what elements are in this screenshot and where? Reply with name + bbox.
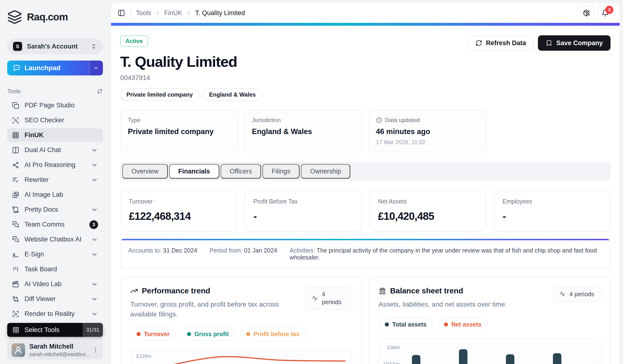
notifications-button[interactable]: 3: [598, 6, 613, 20]
legend-dot: [444, 322, 448, 326]
topbar: ToolsFinUKT. Quality Limited 3: [111, 3, 620, 23]
images-icon: [12, 191, 19, 198]
launchpad-dropdown-toggle[interactable]: [89, 61, 103, 75]
panel-left-toggle-icon[interactable]: [118, 9, 125, 17]
filing-summary-item: Period from: 01 Jan 2024: [210, 247, 277, 254]
sidebar-item-pretty-docs[interactable]: Pretty Docs: [7, 203, 103, 216]
bookmark-icon: [546, 40, 552, 46]
tab-filings[interactable]: Filings: [263, 164, 299, 178]
pdf-pages-icon: [12, 102, 19, 109]
sidebar-item-rewriter[interactable]: Rewriter: [7, 173, 103, 187]
sidebar-item-ai-video-lab[interactable]: AI Video Lab: [7, 277, 103, 291]
metric-label: Profit Before Tax: [253, 198, 353, 205]
legend-label: Gross profit: [195, 331, 229, 338]
sidebar-item-ai-image-lab[interactable]: AI Image Lab: [7, 188, 103, 202]
sidebar-item-task-board[interactable]: Task Board: [7, 262, 103, 276]
breadcrumb-item[interactable]: FinUK: [164, 9, 182, 17]
kebab-menu-icon[interactable]: [92, 347, 99, 353]
info-card: TypePrivate limited company: [120, 110, 238, 152]
refresh-data-button[interactable]: Refresh Data: [468, 35, 534, 51]
sidebar-item-e-sign[interactable]: E-Sign: [7, 247, 103, 261]
info-card: JurisdictionEngland & Wales: [244, 110, 362, 152]
sidebar-item-dual-ai-chat[interactable]: Dual AI Chat: [7, 143, 103, 157]
legend-dot: [136, 332, 141, 336]
header-actions: Refresh Data Save Company: [468, 35, 610, 51]
legend-item-gross-profit[interactable]: Gross profit: [181, 327, 235, 341]
account-label: Sarah's Account: [27, 43, 86, 50]
sort-icon[interactable]: [97, 88, 103, 94]
periods-badge-text: 4 periods: [322, 290, 346, 306]
chat-bubbles-icon: [12, 221, 19, 228]
info-card-label: Data updated: [376, 117, 479, 124]
sidebar-item-team-comms[interactable]: Team Comms3: [7, 218, 103, 231]
tab-financials[interactable]: Financials: [169, 164, 219, 178]
launchpad-button[interactable]: Launchpad: [7, 61, 103, 75]
sidebar-item-pdf-page-studio[interactable]: PDF Page Studio: [7, 99, 103, 112]
tabs: OverviewFinancialsOfficersFilingsOwnersh…: [120, 162, 610, 181]
select-tools-button[interactable]: Select Tools 31/31: [7, 323, 103, 337]
legend-item-net-assets[interactable]: Net assets: [438, 318, 488, 331]
info-card-label: Type: [128, 117, 231, 124]
brand: Raq.com: [7, 10, 103, 24]
balance-sheet-trend-chart: £30m£22.5m£15m£7.5m: [378, 339, 601, 364]
sidebar-item-label: Task Board: [24, 265, 98, 273]
metric-card: Employees-: [494, 190, 610, 232]
info-card-label-text: Type: [128, 117, 140, 124]
tab-overview[interactable]: Overview: [122, 164, 168, 178]
sidebar-item-label: Render to Reality: [24, 310, 86, 318]
info-card-label-text: Jurisdiction: [252, 117, 281, 124]
tools-nav: PDF Page StudioSEO CheckerFinUKDual AI C…: [7, 99, 103, 336]
legend-item-total-assets[interactable]: Total assets: [378, 318, 433, 331]
sidebar-item-label: FinUK: [24, 131, 98, 139]
filing-summary-label: Activities:: [290, 247, 316, 254]
account-switcher[interactable]: S Sarah's Account: [7, 39, 103, 54]
legend-dot: [187, 332, 191, 336]
sidebar-item-diff-viewer[interactable]: Diff Viewer: [7, 292, 103, 306]
chevron-down-icon: [91, 236, 98, 243]
tab-ownership[interactable]: Ownership: [301, 164, 350, 178]
company-number: 00437914: [120, 74, 262, 82]
legend-dot: [385, 322, 389, 326]
save-company-button[interactable]: Save Company: [538, 35, 610, 51]
launchpad-main[interactable]: Launchpad: [7, 61, 89, 75]
metric-label: Turnover: [129, 198, 228, 205]
filing-summary: Accounts to: 31 Dec 2024Period from: 01 …: [120, 240, 610, 268]
chevron-down-icon: [91, 296, 98, 303]
tab-officers[interactable]: Officers: [221, 164, 261, 178]
main-panel: ToolsFinUKT. Quality Limited 3 Active T.…: [111, 3, 620, 364]
chart-title-row: Balance sheet trend: [378, 286, 507, 295]
clock-icon: [376, 117, 382, 123]
metric-label: Employees: [503, 198, 602, 205]
seo-scan-icon: [12, 117, 19, 124]
tools-section-header: Tools: [7, 88, 103, 95]
company-header-left: Active T. Quality Limited 00437914 Priva…: [120, 35, 262, 101]
sidebar-item-ai-pro-reasoning[interactable]: AI Pro Reasoning: [7, 158, 103, 172]
metric-card: Net Assets£10,420,485: [369, 190, 486, 232]
pulse-icon: [312, 295, 318, 301]
refresh-icon: [475, 40, 482, 46]
sidebar-item-label: Team Comms: [24, 221, 84, 228]
select-tools-label: Select Tools: [24, 326, 83, 334]
chart-header: Performance trendTurnover, gross profit,…: [130, 286, 352, 319]
legend-label: Total assets: [392, 321, 427, 328]
package-search-button[interactable]: [579, 6, 594, 20]
charts-row: Performance trendTurnover, gross profit,…: [120, 277, 610, 364]
sidebar-item-finuk[interactable]: FinUK: [7, 128, 103, 142]
signature-icon: [12, 251, 19, 258]
account-initial-avatar: S: [13, 42, 22, 51]
pulse-icon: [559, 291, 566, 297]
chart-title: Performance trend: [142, 286, 210, 295]
metric-label: Net Assets: [378, 198, 477, 205]
chevron-down-icon: [91, 251, 98, 258]
legend-item-profit-before-tax[interactable]: Profit before tax: [240, 327, 306, 341]
sidebar-item-website-chatbox-ai[interactable]: Website Chatbox AI: [7, 233, 103, 246]
avatar: [12, 343, 25, 357]
legend-item-turnover[interactable]: Turnover: [130, 327, 176, 341]
performance-trend-svg: £135m£90m£45m: [131, 349, 352, 364]
sidebar-item-render-to-reality[interactable]: Render to Reality: [7, 307, 103, 321]
filing-summary-value: 01 Jan 2024: [244, 247, 277, 254]
user-card[interactable]: Sarah Mitchell sarah.mitchell@westbur...: [7, 341, 103, 360]
breadcrumb-item[interactable]: Tools: [136, 9, 151, 17]
sidebar-item-seo-checker[interactable]: SEO Checker: [7, 113, 103, 127]
chart-title: Balance sheet trend: [390, 286, 463, 295]
